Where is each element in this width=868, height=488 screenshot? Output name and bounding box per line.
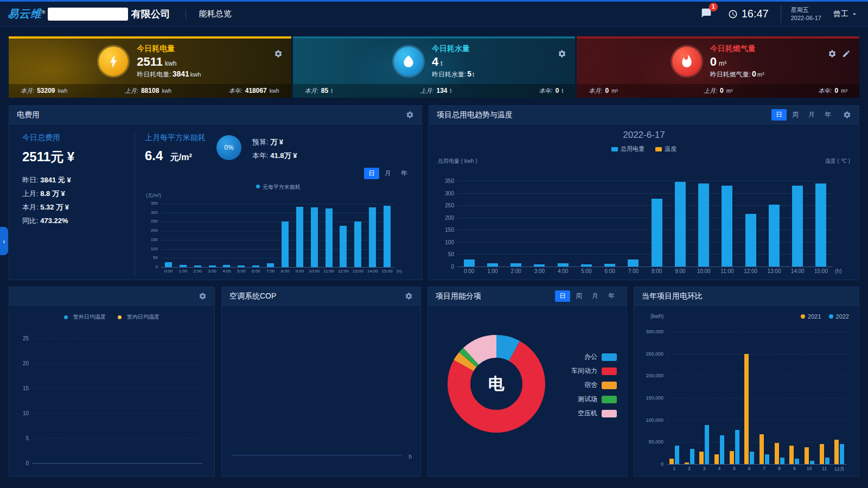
budget-block: 预算: 万 ¥ 本年: 41.8万 ¥ (252, 135, 297, 162)
panel-title: 项目用能分项 (436, 291, 481, 301)
menu-energy-overview[interactable]: 能耗总览 (199, 9, 232, 19)
dashboard-root: 易云维® 有限公司 能耗总览 1 16:47 星期五 2022- (0, 0, 868, 488)
logo-registered-mark: ® (42, 10, 46, 15)
today-cost-label: 今日总费用 (22, 133, 130, 143)
sqm-energy-block: 上月每平方米能耗 6.4 元/m² (145, 133, 206, 171)
pie-legend: 办公 车间动力 宿舍 测试场 空压机 (571, 352, 617, 418)
topbar-divider (186, 9, 186, 19)
pie-legend-item[interactable]: 办公 (571, 352, 617, 362)
sidebar-expander[interactable]: › (0, 227, 8, 255)
yoy-legend: 2021 2022 (801, 313, 849, 320)
date-label: 2022-06-17 (791, 14, 821, 22)
gear-icon[interactable] (843, 111, 851, 119)
cost-chart-tabs: 日 月 年 (364, 168, 412, 179)
tab-year[interactable]: 年 (397, 168, 412, 179)
bottom-row: 室外日均温度 室内日均温度 0510152025 空调系统COP h 项目 (9, 287, 859, 477)
current-time: 16:47 (742, 8, 769, 20)
kpi-yesterday: 昨日耗水量:5t (432, 69, 474, 79)
tab-day[interactable]: 日 (364, 168, 379, 179)
y-axis-unit: (元/m²) (146, 192, 161, 199)
kpi-card-electricity: 今日耗电量 2511kwh 昨日耗电量:3841kwh 本月: 53209 kw… (9, 36, 291, 98)
panel-title: 项目总用电趋势与温度 (437, 110, 513, 120)
gear-icon[interactable] (558, 49, 566, 58)
cost-per-sqm-chart: 0501001502002503003500:001:002:003:004:0… (145, 200, 411, 275)
legend-item[interactable]: 温度 (655, 145, 676, 153)
cost-row: 昨日: 3841 元 ¥ (22, 173, 130, 187)
left-axis-label: 总用电量 ( kwh ) (438, 157, 477, 165)
legend-item[interactable]: 总用电量 (611, 145, 644, 153)
legend-dot (64, 315, 68, 319)
panel-title: 电费用 (17, 110, 40, 120)
hvac-cop-panel: 空调系统COP h (221, 287, 421, 477)
kpi-card-water: 今日耗水量 4t 昨日耗水量:5t 本月: 85 t 上月: 134 t 本年:… (293, 36, 576, 98)
pie-legend-item[interactable]: 车间动力 (571, 366, 617, 376)
axis-labels: 总用电量 ( kwh ) 温度 ( ℃ ) (429, 153, 859, 165)
energy-breakdown-panel: 项目用能分项 日 周 月 年 电 办公 车间动力 宿舍 测试场 空压机 (427, 287, 627, 477)
clock-icon (728, 9, 738, 19)
pie-legend-item[interactable]: 空压机 (571, 409, 617, 418)
tab-month[interactable]: 月 (804, 109, 819, 121)
trend-legend: 总用电量 温度 (429, 145, 859, 153)
legend-item[interactable]: 室内日均温度 (118, 313, 159, 321)
stat-year: 本年: 0 t (539, 87, 564, 95)
stat-last-month: 上月: 0 m³ (704, 87, 733, 95)
cost-chart-legend[interactable]: 元每平方米能耗 (145, 183, 412, 191)
panel-title: 空调系统COP (229, 291, 276, 301)
budget-gauge: 0% (216, 135, 241, 160)
kpi-unit: t (441, 60, 442, 67)
chart-date-title: 2022-6-17 (429, 130, 859, 141)
kpi-row: 今日耗电量 2511kwh 昨日耗电量:3841kwh 本月: 53209 kw… (9, 36, 859, 98)
tab-week[interactable]: 周 (788, 109, 803, 121)
tab-month[interactable]: 月 (380, 168, 395, 179)
edit-icon[interactable] (842, 49, 851, 58)
company-name: 有限公司 (131, 8, 170, 21)
legend-dot (118, 315, 122, 319)
gear-icon[interactable] (405, 292, 413, 300)
tab-day[interactable]: 日 (771, 109, 787, 121)
cost-row: 本月: 5.32 万 ¥ (22, 200, 130, 214)
electricity-icon (99, 47, 128, 76)
kpi-unit: m³ (719, 60, 726, 67)
gear-icon[interactable] (274, 49, 283, 58)
logo: 易云维® (8, 7, 46, 21)
tab-month[interactable]: 月 (588, 290, 603, 302)
cost-row: 同比: 473.22% (22, 214, 130, 227)
messages-button[interactable]: 1 (701, 8, 712, 21)
kpi-title: 今日耗水量 (432, 44, 474, 54)
legend-item[interactable]: 室外日均温度 (64, 313, 106, 321)
gear-icon[interactable] (199, 292, 207, 300)
gear-icon[interactable] (828, 49, 837, 58)
water-drop-icon (394, 47, 423, 76)
kpi-yesterday: 昨日耗电量:3841kwh (137, 69, 201, 79)
kpi-value: 2511 (137, 55, 163, 68)
legend-swatch (602, 396, 617, 403)
tab-year[interactable]: 年 (604, 290, 619, 302)
kpi-title: 今日耗燃气量 (710, 44, 764, 54)
kpi-stats-strip: 本月: 85 t 上月: 134 t 本年: 0 t (293, 84, 576, 98)
user-name: 曾工 (833, 9, 848, 19)
gear-icon[interactable] (406, 111, 414, 119)
pie-legend-item[interactable]: 宿舍 (571, 381, 617, 390)
tab-day[interactable]: 日 (555, 290, 570, 302)
tab-year[interactable]: 年 (820, 109, 835, 121)
user-menu[interactable]: 曾工 (833, 9, 858, 19)
legend-item[interactable]: 2022 (829, 313, 849, 320)
kpi-value: 4 (432, 55, 438, 68)
legend-swatch (602, 367, 617, 375)
stat-month: 本月: 85 t (305, 87, 333, 95)
date-block: 星期五 2022-06-17 (781, 5, 821, 23)
pie-legend-item[interactable]: 测试场 (571, 395, 617, 404)
kpi-yesterday: 昨日耗燃气量:0m³ (710, 69, 764, 79)
stat-last-month: 上月: 134 t (420, 87, 451, 95)
legend-swatch (602, 382, 617, 389)
legend-item[interactable]: 2021 (801, 313, 821, 320)
topbar: 易云维® 有限公司 能耗总览 1 16:47 星期五 2022- (0, 2, 868, 27)
x-axis-line (232, 455, 402, 455)
daily-temperature-panel: 室外日均温度 室内日均温度 0510152025 (9, 287, 215, 477)
power-trend-chart: 0501001502002503003500:001:002:003:004:0… (436, 178, 852, 277)
tab-week[interactable]: 周 (571, 290, 586, 302)
kpi-card-gas: 今日耗燃气量 0m³ 昨日耗燃气量:0m³ 本月: 0 m³ 上月: 0 m³ … (577, 36, 859, 98)
legend-swatch (602, 353, 617, 361)
stat-year: 本年: 418067 kwh (229, 87, 279, 95)
legend-swatch (611, 147, 618, 151)
